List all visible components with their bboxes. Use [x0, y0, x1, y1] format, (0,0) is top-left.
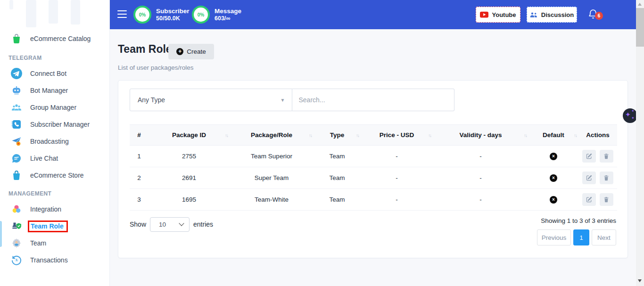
sidebar-item-team-role[interactable]: Team Role	[0, 218, 109, 235]
sidebar-section-management: MANAGEMENT	[0, 184, 109, 201]
create-button[interactable]: + Create	[168, 44, 214, 59]
sidebar-item-group-manager[interactable]: Group Manager	[0, 99, 109, 116]
stamp-shield-icon	[10, 220, 23, 232]
cell-package-role: Super Team	[230, 167, 314, 189]
edit-button[interactable]	[582, 150, 596, 163]
users-icon	[530, 11, 538, 18]
youtube-icon	[480, 11, 488, 18]
cell-package-id: 2691	[149, 167, 230, 189]
sidebar-item-bot-manager[interactable]: Bot Manager	[0, 82, 109, 99]
scroll-down-arrow-icon[interactable]	[638, 279, 642, 282]
col-validity[interactable]: Validity - days↑↓	[433, 125, 528, 146]
trash-icon	[603, 153, 610, 160]
sort-icon[interactable]: ↑↓	[309, 132, 312, 138]
vertical-scrollbar[interactable]	[636, 0, 644, 286]
active-item-indicator	[0, 221, 2, 247]
delete-button[interactable]	[600, 150, 613, 163]
ai-assistant-button[interactable]: ✦ ✦ ✦	[623, 108, 637, 123]
delete-button[interactable]	[600, 172, 613, 184]
cell-type: Team	[314, 167, 361, 189]
table-row: 2 2691 Super Team Team - - ×	[130, 167, 617, 189]
type-filter-value: Any Type	[138, 96, 165, 104]
sidebar-item-subscriber-manager[interactable]: Subscriber Manager	[0, 116, 109, 133]
youtube-button[interactable]: Youtube	[476, 7, 520, 23]
col-package-role[interactable]: Package/Role↑↓	[230, 125, 314, 146]
top-header: 0% Subscriber 50/50.0K 0% Message 603/∞ …	[110, 0, 636, 29]
cell-type: Team	[314, 189, 361, 211]
subscriber-stat-label: Subscriber	[156, 7, 190, 15]
table-header-row: # Package ID↑↓ Package/Role↑↓ Type↑↓ Pri…	[130, 125, 617, 146]
sidebar-item-live-chat[interactable]: Live Chat	[0, 150, 109, 167]
sort-icon[interactable]: ↑↓	[428, 132, 431, 138]
cell-price: -	[361, 189, 433, 211]
cell-package-id: 2755	[149, 146, 230, 167]
cell-package-id: 1695	[149, 189, 230, 211]
sidebar-section-telegram: TELEGRAM	[0, 48, 109, 65]
subscriber-stat: 0% Subscriber 50/50.0K	[133, 6, 190, 24]
scrollbar-thumb[interactable]	[636, 8, 644, 47]
sidebar-item-label: Team Role	[31, 222, 64, 230]
edit-icon	[586, 153, 593, 160]
sidebar-item-label: Group Manager	[30, 104, 76, 111]
current-page-button[interactable]: 1	[573, 229, 589, 245]
message-stat: 0% Message 603/∞	[192, 6, 241, 24]
shopping-bag-green-icon	[10, 33, 23, 45]
shopping-bag-blue-icon	[10, 169, 23, 181]
sparkle-icon: ✦	[631, 116, 635, 120]
edit-icon	[586, 174, 593, 181]
cell-validity: -	[433, 146, 528, 167]
notification-count-badge: 6	[595, 12, 603, 20]
sort-icon[interactable]: ↑↓	[524, 132, 527, 138]
menu-toggle-icon[interactable]	[117, 10, 127, 18]
message-stat-label: Message	[215, 7, 241, 15]
type-filter-select[interactable]: Any Type ▼	[130, 89, 292, 111]
cell-validity: -	[433, 167, 528, 189]
search-input[interactable]	[292, 89, 455, 111]
sidebar-item-integration[interactable]: Integration	[0, 201, 109, 218]
col-type[interactable]: Type↑↓	[314, 125, 361, 146]
caret-down-icon: ▼	[281, 98, 285, 103]
col-actions: Actions	[578, 125, 617, 146]
previous-page-button[interactable]: Previous	[537, 229, 571, 245]
cell-price: -	[361, 146, 433, 167]
message-stat-value: 603/∞	[215, 15, 241, 22]
sidebar-item-connect-bot[interactable]: Connect Bot	[0, 65, 109, 82]
edit-button[interactable]	[582, 172, 596, 184]
delete-button[interactable]	[600, 193, 613, 206]
scroll-up-arrow-icon[interactable]	[638, 3, 642, 6]
discussion-button[interactable]: Discussion	[527, 7, 577, 23]
sidebar-item-label: eCommerce Store	[30, 172, 84, 179]
edit-button[interactable]	[582, 193, 596, 206]
col-price[interactable]: Price - USD↑↓	[361, 125, 433, 146]
sidebar-item-broadcasting[interactable]: Broadcasting	[0, 133, 109, 150]
col-index: #	[130, 125, 149, 146]
sidebar-item-label: eCommerce Catalog	[30, 35, 91, 42]
page-subtitle: List of user packages/roles	[118, 64, 194, 71]
sidebar-item-team[interactable]: Team	[0, 235, 109, 252]
cell-default: ×	[528, 167, 578, 189]
cell-default: ×	[528, 189, 578, 211]
youtube-button-label: Youtube	[492, 11, 516, 18]
notifications-button[interactable]: 6	[587, 8, 606, 22]
broadcast-plane-icon	[10, 135, 23, 147]
chevron-down-icon	[179, 221, 184, 226]
not-default-icon: ×	[550, 153, 557, 160]
sidebar-item-label: Live Chat	[30, 155, 58, 162]
sidebar-item-ecommerce-store[interactable]: eCommerce Store	[0, 167, 109, 184]
sort-icon[interactable]: ↑↓	[225, 132, 228, 138]
gear-user-icon	[10, 237, 23, 249]
sidebar-item-transactions[interactable]: Transactions	[0, 252, 109, 269]
next-page-button[interactable]: Next	[592, 229, 616, 245]
col-default[interactable]: Default↑↓	[528, 125, 578, 146]
col-package-id[interactable]: Package ID↑↓	[149, 125, 230, 146]
sort-icon[interactable]: ↑↓	[574, 132, 577, 138]
telegram-icon	[10, 67, 23, 80]
cell-actions	[578, 189, 617, 211]
page-size-select[interactable]: 10	[150, 217, 190, 232]
entries-summary: Showing 1 to 3 of 3 entries	[541, 217, 616, 224]
entries-label: entries	[193, 221, 213, 228]
sidebar-item-ecommerce-catalog[interactable]: eCommerce Catalog	[0, 29, 109, 48]
sort-icon[interactable]: ↑↓	[356, 132, 359, 138]
cell-actions	[578, 167, 617, 189]
table-row: 1 2755 Team Superior Team - - ×	[130, 146, 617, 167]
